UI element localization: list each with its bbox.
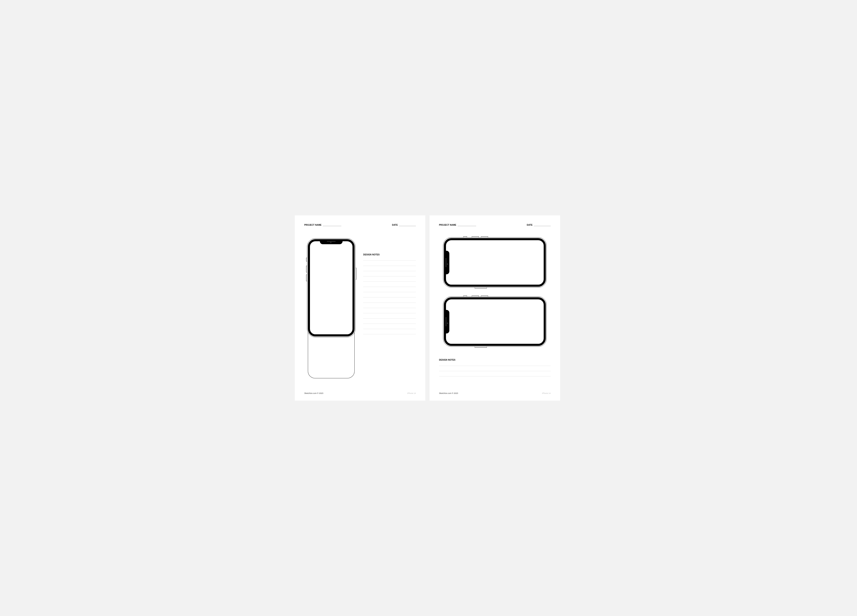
project-name-field: PROJECT NAME	[304, 224, 341, 226]
design-notes-label: DESIGN NOTES	[439, 359, 551, 361]
camera-icon	[447, 323, 448, 324]
power-button-icon	[475, 347, 487, 347]
date-input-line[interactable]	[399, 224, 416, 226]
note-line[interactable]	[439, 371, 551, 371]
page-portrait: PROJECT NAME DATE	[295, 215, 425, 401]
camera-icon	[447, 263, 448, 265]
note-lines	[363, 261, 416, 334]
phone-outer-frame	[307, 238, 356, 337]
date-label: DATE	[527, 224, 532, 226]
page2-body: DESIGN NOTES	[439, 237, 551, 377]
iphone-landscape-mockup-2	[443, 296, 547, 347]
date-label: DATE	[392, 224, 398, 226]
phone-column	[304, 238, 357, 392]
iphone-portrait-mockup	[305, 238, 357, 379]
phone-outer-frame	[443, 296, 547, 347]
footer-model: iPhone 14	[542, 392, 551, 394]
footer-model: iPhone 14	[407, 392, 416, 394]
power-button-icon	[475, 287, 487, 289]
page-header: PROJECT NAME DATE	[439, 224, 551, 226]
page1-body: DESIGN NOTES	[304, 238, 416, 392]
phone-notch-icon	[444, 310, 449, 333]
date-field: DATE	[392, 224, 416, 226]
page-header: PROJECT NAME DATE	[304, 224, 416, 226]
note-line[interactable]	[363, 287, 416, 287]
design-notes-section: DESIGN NOTES	[439, 359, 551, 377]
page-footer: Sketchize.com © 2023 iPhone 14	[304, 392, 416, 394]
iphone-landscape-mockup-1	[443, 237, 547, 288]
phone-bezel	[308, 239, 354, 337]
scroll-extension-outline	[308, 330, 354, 378]
design-notes-section: DESIGN NOTES	[363, 238, 416, 392]
page-footer: Sketchize.com © 2023 iPhone 14	[439, 392, 551, 394]
project-name-field: PROJECT NAME	[439, 224, 476, 226]
note-line[interactable]	[363, 297, 416, 298]
power-button-icon	[356, 268, 356, 279]
note-line[interactable]	[363, 276, 416, 276]
footer-credit: Sketchize.com © 2023	[439, 392, 458, 394]
design-notes-label: DESIGN NOTES	[363, 253, 416, 256]
date-field: DATE	[527, 224, 551, 226]
note-lines	[439, 366, 551, 377]
date-input-line[interactable]	[534, 224, 551, 226]
note-line[interactable]	[439, 376, 551, 377]
project-name-input-line[interactable]	[323, 224, 341, 226]
speaker-icon	[446, 317, 446, 326]
note-line[interactable]	[363, 292, 416, 292]
note-line[interactable]	[363, 303, 416, 303]
phone-notch-icon	[444, 251, 449, 274]
page-landscape: PROJECT NAME DATE	[430, 215, 560, 401]
project-name-label: PROJECT NAME	[304, 224, 322, 226]
note-line[interactable]	[363, 271, 416, 271]
footer-credit: Sketchize.com © 2023	[304, 392, 323, 394]
speaker-icon	[446, 258, 446, 267]
speaker-icon	[327, 241, 336, 242]
phone-outer-frame	[443, 237, 547, 287]
note-line[interactable]	[363, 281, 416, 282]
note-line[interactable]	[363, 308, 416, 308]
note-line[interactable]	[439, 366, 551, 366]
camera-icon	[330, 242, 331, 243]
phone-bezel	[444, 297, 546, 346]
phone-bezel	[444, 238, 546, 287]
phone-notch-icon	[320, 239, 343, 244]
project-name-input-line[interactable]	[458, 224, 476, 226]
note-line[interactable]	[363, 266, 416, 266]
project-name-label: PROJECT NAME	[439, 224, 456, 226]
template-canvas: PROJECT NAME DATE	[295, 215, 562, 401]
